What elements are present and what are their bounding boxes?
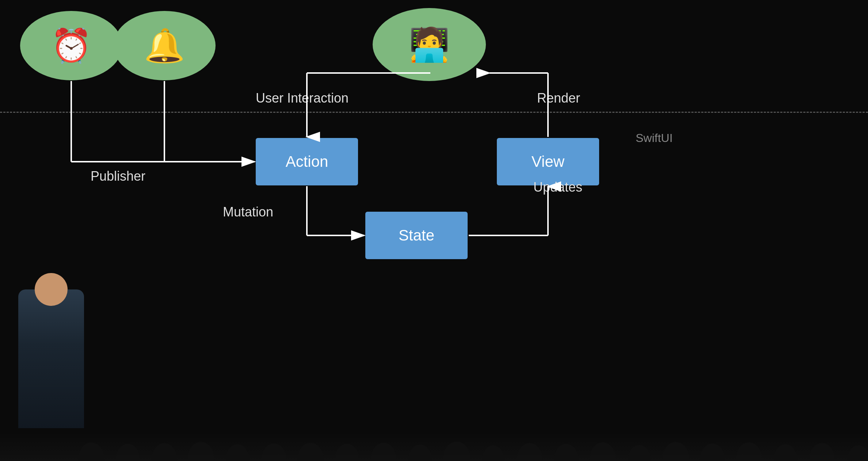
audience-svg <box>0 432 868 461</box>
svg-point-34 <box>152 443 177 461</box>
svg-point-32 <box>226 444 249 461</box>
state-box: State <box>365 212 468 259</box>
presenter-head <box>35 273 68 306</box>
render-label: Render <box>537 91 580 106</box>
swiftui-label: SwiftUI <box>636 131 673 145</box>
svg-point-31 <box>262 443 286 461</box>
view-box: View <box>497 138 599 185</box>
svg-point-22 <box>628 445 651 461</box>
svg-point-29 <box>335 444 359 461</box>
svg-point-28 <box>848 445 868 461</box>
diagram: ⏰ 🔔 🧑‍💻 Action State View Publisher User… <box>0 0 868 461</box>
action-box: Action <box>256 138 358 185</box>
clock-icon: ⏰ <box>51 29 92 62</box>
svg-point-16 <box>408 445 432 461</box>
person-icon: 🧑‍💻 <box>409 28 450 61</box>
svg-point-27 <box>809 443 835 461</box>
bell-ellipse: 🔔 <box>113 11 216 80</box>
audience <box>0 432 868 461</box>
svg-point-17 <box>443 442 471 461</box>
svg-point-35 <box>116 444 140 461</box>
view-label: View <box>532 153 564 170</box>
svg-point-33 <box>187 442 214 461</box>
presenter <box>15 289 88 443</box>
svg-point-25 <box>736 442 762 461</box>
svg-point-18 <box>482 445 504 461</box>
presenter-body <box>18 289 84 428</box>
svg-point-19 <box>517 443 542 461</box>
bell-icon: 🔔 <box>144 29 185 62</box>
svg-point-36 <box>78 442 104 461</box>
state-label: State <box>399 227 434 244</box>
dashed-separator <box>0 112 868 113</box>
svg-point-30 <box>297 443 324 461</box>
mutation-label: Mutation <box>223 204 273 220</box>
user-interaction-label: User Interaction <box>256 91 349 106</box>
publisher-label: Publisher <box>91 169 145 184</box>
svg-point-24 <box>700 443 725 461</box>
svg-point-20 <box>554 444 578 461</box>
updates-label: Updates <box>533 180 582 195</box>
svg-point-26 <box>774 444 797 461</box>
person-ellipse: 🧑‍💻 <box>373 8 486 81</box>
svg-point-15 <box>371 443 396 461</box>
svg-point-23 <box>662 442 689 461</box>
svg-point-21 <box>590 442 616 461</box>
clock-ellipse: ⏰ <box>20 11 122 80</box>
action-label: Action <box>286 153 328 170</box>
